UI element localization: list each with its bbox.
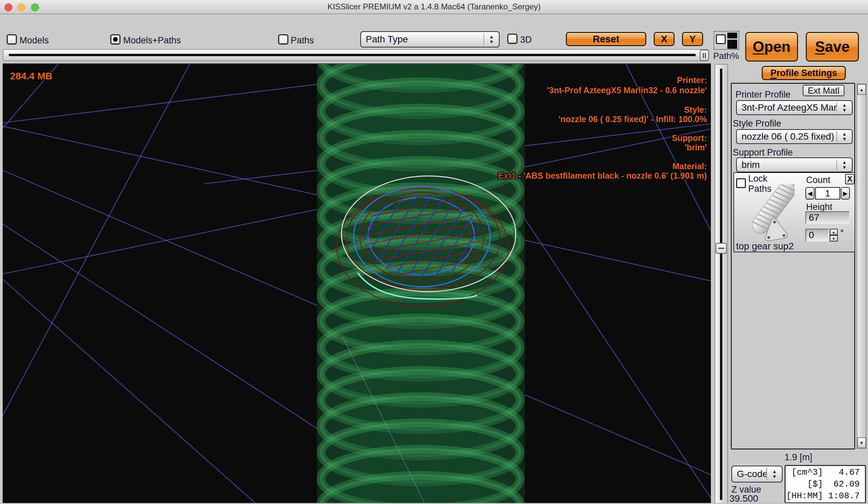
path-type-value: Path Type [361,34,484,45]
paths-label: Paths [291,35,314,46]
threed-label: 3D [520,35,532,45]
spinner-icon[interactable]: ▲▼ [767,469,782,479]
filament-length: 1.9 [m] [729,452,868,463]
path-pct-label: Path% [713,51,739,61]
models-label: Models [20,35,49,46]
style-profile-dropdown[interactable]: nozzle 06 ( 0.25 fixed) ▲▼ [736,129,852,144]
y-axis-button[interactable]: Y [682,32,703,46]
paths-checkbox[interactable] [278,34,288,44]
models-paths-checkbox[interactable] [110,34,121,44]
stats-time: [HH:MM] 1:08.7 [786,491,860,501]
support-overlay-value: 'brim' [685,143,707,152]
style-overlay-value: 'nozzle 06 ( 0.25 fixed)' - Infill: 100.… [558,114,707,124]
scroll-up-icon[interactable]: ▲ [857,84,866,95]
panel-scrollbar[interactable]: ▲ ▼ [857,83,867,449]
path-color-swatch-bottom [727,40,737,49]
angle-up-button[interactable]: ▲ [830,229,838,235]
height-field[interactable]: 67 [805,211,850,224]
reset-button[interactable]: Reset [566,32,646,46]
style-profile-label: Style Profile [733,119,781,129]
profile-settings-button[interactable]: Profile Settings [762,66,846,80]
printer-profile-value: 3nt-Prof AzteegX5 Marli [737,102,836,113]
path-type-dropdown[interactable]: Path Type ▲▼ [360,31,499,48]
gcode-dropdown[interactable]: G-code ▲▼ [731,466,783,482]
path-pct-slider-handle[interactable] [716,243,727,254]
spinner-icon[interactable]: ▲▼ [837,160,852,170]
height-label: Height [806,202,832,212]
angle-down-button[interactable]: ▼ [830,235,838,241]
save-button[interactable]: Save [806,32,859,62]
lock-paths-label-1: Lock [748,174,767,184]
stats-volume: [cm^3] 4.67 [786,467,860,477]
support-profile-value: brim [737,160,836,170]
window-title: KISSlicer PREMIUM v2 a 1.4.8 Mac64 (Tara… [0,0,868,13]
x-axis-button[interactable]: X [654,32,674,46]
print-stats-box: [cm^3] 4.67 [$] 62.09 [HH:MM] 1:08.7 [785,465,866,503]
scroll-down-icon[interactable]: ▼ [857,438,866,448]
count-increment-button[interactable]: ▶ [841,187,850,199]
angle-field[interactable]: 0 [805,229,829,241]
model-name-label: top gear sup2 [736,241,794,252]
title-bar: KISSlicer PREMIUM v2 a 1.4.8 Mac64 (Tara… [0,0,868,14]
printer-overlay-label: Printer: [677,75,707,85]
printer-profile-dropdown[interactable]: 3nt-Prof AzteegX5 Marli ▲▼ [736,100,852,115]
models-paths-label: Models+Paths [123,35,181,46]
spinner-icon[interactable]: ▲▼ [837,132,852,142]
memory-usage: 284.4 MB [10,71,52,82]
open-button[interactable]: Open [745,32,798,62]
support-overlay-label: Support: [672,133,707,143]
path-pct-checkbox[interactable] [716,34,726,44]
3d-viewport[interactable]: 284.4 MB Printer: '3nt-Prof AzteegX5 Mar… [3,63,711,504]
model-card: Lock Paths [733,172,855,252]
style-overlay-label: Style: [684,105,707,115]
threed-checkbox[interactable] [507,34,517,44]
support-profile-label: Support Profile [733,147,793,158]
material-overlay-value: Ext1 - 'ABS bestfilament black - nozzle … [498,171,707,181]
support-profile-dropdown[interactable]: brim ▲▼ [736,157,852,172]
stats-cost: [$] 62.09 [786,479,860,489]
layer-slider-handle[interactable] [700,50,709,61]
layer-slider-bar [9,54,696,56]
model-thumbnail[interactable] [747,184,795,244]
lock-paths-checkbox[interactable] [736,178,746,188]
count-label: Count [806,175,830,185]
style-profile-value: nozzle 06 ( 0.25 fixed) [737,131,836,142]
path-pct-slider-bar [720,69,722,500]
model-green-column [317,64,525,504]
gcode-value: G-code [732,469,766,480]
spinner-icon[interactable]: ▲▼ [837,103,852,113]
count-value-field[interactable]: 1 [815,187,840,199]
material-ext-tag: Ext1 [498,171,516,180]
models-checkbox[interactable] [7,34,17,44]
material-overlay-label: Material: [672,162,707,171]
count-decrement-button[interactable]: ◀ [805,187,815,199]
angle-unit-label: ° [840,228,844,237]
path-color-swatch-top [727,33,737,38]
z-value: 39.500 [730,493,758,504]
3d-scene [3,64,711,504]
remove-model-button[interactable]: X [845,174,855,184]
spinner-icon[interactable]: ▲▼ [484,34,499,44]
checked-dot-icon [113,37,118,42]
ext-matl-button[interactable]: Ext Matl [803,85,845,96]
printer-profile-label: Printer Profile [735,90,790,100]
app-window: KISSlicer PREMIUM v2 a 1.4.8 Mac64 (Tara… [0,0,868,504]
printer-overlay-value: '3nt-Prof AzteegX5 Marlin32 - 0.6 nozzle… [547,85,707,95]
